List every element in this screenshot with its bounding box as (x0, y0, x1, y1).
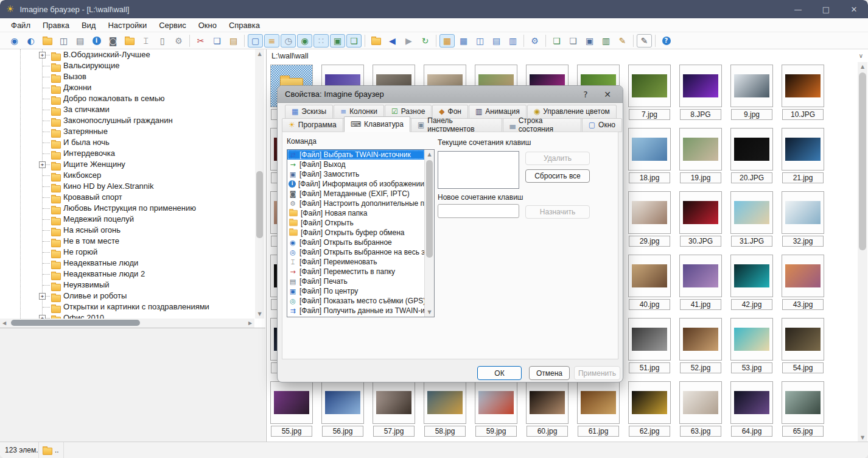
dialog-help-button[interactable]: ? (576, 86, 595, 102)
thumbnail-item[interactable]: 32.jpg (782, 191, 824, 247)
view-small-icons-button[interactable]: ▦ (456, 34, 471, 48)
thumbnail-item[interactable]: 41.jpg (679, 255, 722, 310)
thumbnail-item[interactable]: 59.jpg (475, 381, 517, 437)
view-list-button[interactable]: ▤ (489, 34, 504, 48)
toggle-history-button[interactable]: ◷ (281, 34, 296, 48)
view-thumbnails-button[interactable]: ▦ (439, 34, 455, 48)
tree-item[interactable]: Не горюй (0, 247, 254, 258)
menu-item-4[interactable]: Настройки (102, 19, 153, 31)
menu-item-6[interactable]: Окно (192, 19, 223, 31)
command-item[interactable]: i[Файл] Информация об изображении (287, 179, 425, 189)
command-item[interactable]: ◙[Файл] Метаданные (EXIF, IPTC) (287, 189, 425, 199)
command-list-scrollbar[interactable]: ▲ ▼ (424, 150, 434, 317)
thumbnail-item[interactable]: 18.jpg (628, 128, 671, 183)
tree-item[interactable]: Вызов (0, 71, 254, 82)
batch-convert-button[interactable]: ❏ (565, 34, 581, 48)
expand-icon[interactable]: + (39, 315, 46, 319)
thumbnail-item[interactable]: 60.jpg (526, 381, 569, 437)
tree-vertical-scrollbar[interactable]: ▲ ▼ (255, 49, 264, 319)
thumbnail-item[interactable]: 43.jpg (782, 255, 824, 310)
view-tiles-button[interactable]: ◫ (472, 34, 488, 48)
tree-item[interactable]: Интердевочка (0, 148, 254, 159)
command-item[interactable]: →[Файл] Выход (287, 160, 425, 169)
tab-Панель инструментов[interactable]: ▣Панель инструментов (411, 118, 503, 132)
thumbnail-item[interactable]: 64.jpg (730, 381, 773, 437)
toggle-preview-window-button[interactable]: ▢ (248, 34, 263, 48)
rename-button[interactable]: ⌶ (138, 34, 153, 48)
print-button[interactable]: ▤ (72, 34, 88, 48)
tree-item[interactable]: Добро пожаловать в семью (0, 93, 254, 104)
thumbnail-item[interactable]: 10.JPG (782, 65, 824, 120)
image-info-button[interactable]: i (89, 34, 104, 48)
command-item[interactable]: [Файл] Новая папка (287, 208, 425, 218)
tree-item[interactable]: Неадекватные люди (0, 258, 254, 269)
tools-button[interactable]: ⚙ (527, 34, 542, 48)
menu-item-5[interactable]: Сервис (153, 19, 192, 31)
thumbnail-item[interactable]: 54.jpg (782, 318, 824, 373)
thumbnail-item[interactable]: 20.JPG (730, 128, 773, 183)
view-image-button[interactable]: ◉ (7, 34, 22, 48)
command-item[interactable]: ⚙[Файл] Настроить дополнительные про (287, 199, 425, 208)
address-dropdown-icon[interactable]: ∨ (859, 52, 863, 59)
scrollbar-thumb[interactable] (859, 72, 866, 250)
tag-button[interactable]: ✎ (637, 34, 652, 48)
ok-button[interactable]: ОК (477, 366, 522, 380)
thumbnail-item[interactable]: 9.jpg (730, 65, 773, 120)
scroll-up-icon[interactable]: ▲ (858, 62, 867, 71)
thumbnail-item[interactable]: 30.JPG (679, 191, 722, 247)
open-button[interactable] (40, 34, 55, 48)
refresh-button[interactable]: ↻ (418, 34, 433, 48)
tab-Строка состояния[interactable]: ▄Строка состояния (503, 118, 581, 132)
tree-item[interactable]: Неадекватные люди 2 (0, 269, 254, 280)
tab-Клавиатура[interactable]: ⌨Клавиатура (344, 116, 410, 132)
tree-item[interactable]: Вальсирующие (0, 60, 254, 71)
paste-button[interactable]: ▤ (226, 34, 241, 48)
thumbnail-item[interactable]: 8.JPG (679, 65, 722, 120)
thumbnail-item[interactable]: 52.jpg (679, 318, 722, 373)
new-shortcut-input[interactable] (438, 204, 519, 218)
scroll-down-icon[interactable]: ▼ (858, 433, 867, 442)
metadata-button[interactable]: ◙ (105, 34, 121, 48)
command-item[interactable]: [Файл] Открыть (287, 218, 425, 228)
command-item[interactable]: [Файл] Открыть буфер обмена (287, 228, 425, 238)
thumbnail-item[interactable]: 63.jpg (679, 381, 722, 437)
thumbnail-item[interactable]: 7.jpg (628, 65, 671, 120)
apply-button[interactable]: Применить (574, 366, 620, 380)
batch-add-button[interactable]: ❏ (549, 34, 564, 48)
tree-item[interactable]: Кикбоксер (0, 170, 254, 181)
cut-button[interactable]: ✂ (193, 34, 208, 48)
remove-button[interactable]: Удалить (525, 152, 590, 165)
toggle-grid-button[interactable]: ∷ (313, 34, 329, 48)
save-as-button[interactable]: ◫ (56, 34, 71, 48)
tab-Эскизы[interactable]: ▦Эскизы (285, 105, 333, 119)
thumbnail-item[interactable]: 57.jpg (373, 381, 415, 437)
forward-button[interactable]: ▶ (401, 34, 416, 48)
thumbnail-item[interactable]: 55.jpg (270, 381, 313, 437)
tree-item[interactable]: +Офис 2010 (0, 312, 254, 319)
tree-item[interactable]: Кино HD by Alex.Strannik (0, 181, 254, 192)
scroll-right-icon[interactable]: ▶ (246, 319, 254, 328)
tab-Окно[interactable]: ▢Окно (582, 118, 622, 132)
thumbnail-item[interactable]: 19.jpg (679, 128, 722, 183)
thumbnail-item[interactable]: 31.JPG (730, 191, 773, 247)
back-button[interactable]: ◀ (385, 34, 400, 48)
slideshow-button[interactable]: ◐ (23, 34, 38, 48)
command-item[interactable]: ⇄[Файл] Выбрать TWAIN-источник (287, 150, 425, 160)
scroll-down-icon[interactable]: ▼ (255, 309, 264, 319)
toggle-thumbnails-pane-button[interactable]: ❏ (346, 34, 362, 48)
screen-capture-button[interactable]: ▣ (582, 34, 597, 48)
scrollbar-thumb[interactable] (426, 160, 433, 258)
maximize-button[interactable]: □ (812, 0, 840, 18)
help-button[interactable]: ? (659, 34, 674, 48)
tree-item[interactable]: Джонни (0, 82, 254, 93)
settings-button[interactable]: ⚙ (171, 34, 186, 48)
copy-button[interactable]: ❏ (209, 34, 225, 48)
tree-item[interactable]: За спичками (0, 104, 254, 115)
scrollbar-thumb[interactable] (11, 320, 140, 326)
delete-button[interactable]: ▯ (155, 34, 170, 48)
thumbnail-item[interactable]: 61.jpg (577, 381, 620, 437)
command-item[interactable]: ◉[Файл] Открыть выбранное (287, 238, 425, 247)
filmstrip-button[interactable]: ▥ (598, 34, 614, 48)
tree-item[interactable]: И была ночь (0, 137, 254, 148)
command-item[interactable]: ◎[Файл] Показать место съёмки (GPS) (287, 296, 425, 306)
